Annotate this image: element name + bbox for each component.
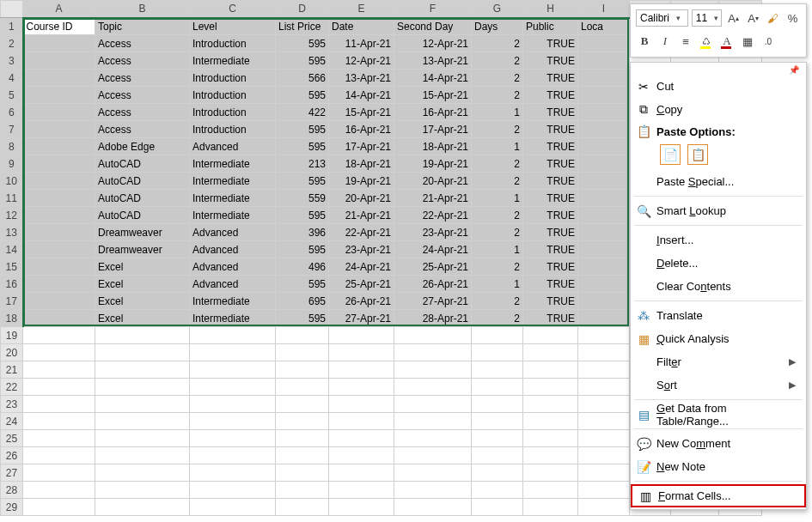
cell[interactable] (578, 379, 630, 396)
cell[interactable]: Introduction (190, 121, 276, 138)
row-header[interactable]: 18 (1, 310, 23, 327)
cell[interactable] (95, 344, 190, 361)
row-header[interactable]: 16 (1, 276, 23, 293)
cell[interactable]: Intermediate (190, 293, 276, 310)
menu-delete[interactable]: Delete... (631, 252, 806, 275)
cell[interactable] (329, 413, 394, 430)
cell[interactable] (578, 258, 630, 276)
cell[interactable] (394, 413, 472, 430)
row-header[interactable]: 24 (1, 413, 23, 430)
cell[interactable] (329, 379, 394, 396)
cell[interactable] (329, 499, 394, 516)
cell[interactable]: 15-Apr-21 (329, 104, 394, 121)
cell[interactable]: 1 (472, 190, 523, 207)
cell[interactable]: 595 (276, 138, 329, 155)
cell[interactable]: 20-Apr-21 (329, 190, 394, 207)
cell[interactable] (523, 379, 578, 396)
cell[interactable] (523, 482, 578, 499)
cell[interactable] (95, 327, 190, 344)
cell[interactable] (23, 379, 95, 396)
cell[interactable]: TRUE (523, 121, 578, 138)
cell[interactable] (23, 241, 95, 258)
cell[interactable] (472, 430, 523, 447)
cell[interactable] (329, 344, 394, 361)
cell[interactable]: TRUE (523, 173, 578, 190)
cell[interactable] (95, 361, 190, 379)
row-header[interactable]: 6 (1, 104, 23, 121)
cell[interactable] (578, 293, 630, 310)
cell[interactable] (523, 413, 578, 430)
cell[interactable]: 595 (276, 87, 329, 104)
cell[interactable]: Access (95, 70, 190, 87)
cell[interactable]: 28-Apr-21 (394, 310, 472, 327)
cell[interactable]: 595 (276, 310, 329, 327)
row-header[interactable]: 21 (1, 361, 23, 379)
cell[interactable] (472, 447, 523, 464)
cell[interactable] (276, 396, 329, 413)
row-header[interactable]: 1 (1, 18, 23, 35)
row-header[interactable]: 9 (1, 155, 23, 173)
cell[interactable]: 213 (276, 155, 329, 173)
menu-copy[interactable]: ⧉ Copy (631, 98, 806, 121)
cell[interactable] (394, 396, 472, 413)
menu-smart-lookup[interactable]: 🔍 Smart Lookup (631, 199, 806, 222)
cell[interactable]: 17-Apr-21 (394, 121, 472, 138)
cell[interactable] (394, 430, 472, 447)
cell[interactable]: 14-Apr-21 (329, 87, 394, 104)
cell[interactable]: AutoCAD (95, 207, 190, 224)
cell[interactable] (578, 241, 630, 258)
menu-quick-analysis[interactable]: ▦ Quick Analysis (631, 327, 806, 350)
cell[interactable]: Intermediate (190, 173, 276, 190)
cell[interactable]: Access (95, 121, 190, 138)
cell[interactable]: TRUE (523, 138, 578, 155)
cell[interactable] (578, 35, 630, 52)
cell[interactable]: Days (472, 18, 523, 35)
cell[interactable] (578, 430, 630, 447)
column-header[interactable]: A (23, 1, 95, 18)
cell[interactable]: Advanced (190, 241, 276, 258)
row-header[interactable]: 7 (1, 121, 23, 138)
row-header[interactable]: 22 (1, 379, 23, 396)
cell[interactable] (276, 464, 329, 482)
cell[interactable] (523, 499, 578, 516)
cell[interactable] (578, 52, 630, 70)
cell[interactable]: TRUE (523, 70, 578, 87)
cell[interactable]: 27-Apr-21 (329, 310, 394, 327)
column-header[interactable]: D (276, 1, 329, 18)
cell[interactable] (23, 155, 95, 173)
row-header[interactable]: 26 (1, 447, 23, 464)
cell[interactable]: 595 (276, 207, 329, 224)
cell[interactable] (578, 276, 630, 293)
cell[interactable] (472, 482, 523, 499)
cell[interactable] (523, 327, 578, 344)
cell[interactable] (578, 207, 630, 224)
column-header[interactable]: B (95, 1, 190, 18)
cell[interactable]: TRUE (523, 276, 578, 293)
cell[interactable] (578, 413, 630, 430)
cell[interactable]: 22-Apr-21 (329, 224, 394, 241)
cell[interactable]: TRUE (523, 190, 578, 207)
cell[interactable]: Excel (95, 310, 190, 327)
cell[interactable]: 16-Apr-21 (329, 121, 394, 138)
menu-filter[interactable]: Filter ▶ (631, 350, 806, 373)
cell[interactable]: 2 (472, 155, 523, 173)
cell[interactable]: 17-Apr-21 (329, 138, 394, 155)
cell[interactable]: 2 (472, 293, 523, 310)
menu-format-cells[interactable]: ▥ Format Cells... (631, 484, 806, 507)
column-header[interactable]: H (523, 1, 578, 18)
cell[interactable] (329, 447, 394, 464)
cell[interactable]: Level (190, 18, 276, 35)
cell[interactable] (23, 293, 95, 310)
cell[interactable]: Excel (95, 293, 190, 310)
row-header[interactable]: 8 (1, 138, 23, 155)
cell[interactable]: 13-Apr-21 (329, 70, 394, 87)
column-header[interactable]: F (394, 1, 472, 18)
row-header[interactable]: 20 (1, 344, 23, 361)
cell[interactable]: Public (523, 18, 578, 35)
cell[interactable]: TRUE (523, 310, 578, 327)
cell[interactable]: 25-Apr-21 (394, 258, 472, 276)
cell[interactable]: 16-Apr-21 (394, 104, 472, 121)
cell[interactable] (23, 224, 95, 241)
cell[interactable] (190, 379, 276, 396)
cell[interactable] (578, 138, 630, 155)
